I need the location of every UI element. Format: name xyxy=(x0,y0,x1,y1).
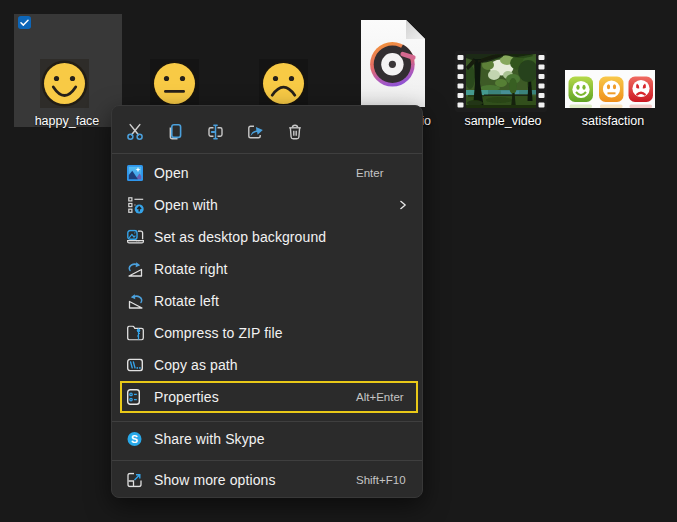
svg-text:S: S xyxy=(131,433,138,445)
